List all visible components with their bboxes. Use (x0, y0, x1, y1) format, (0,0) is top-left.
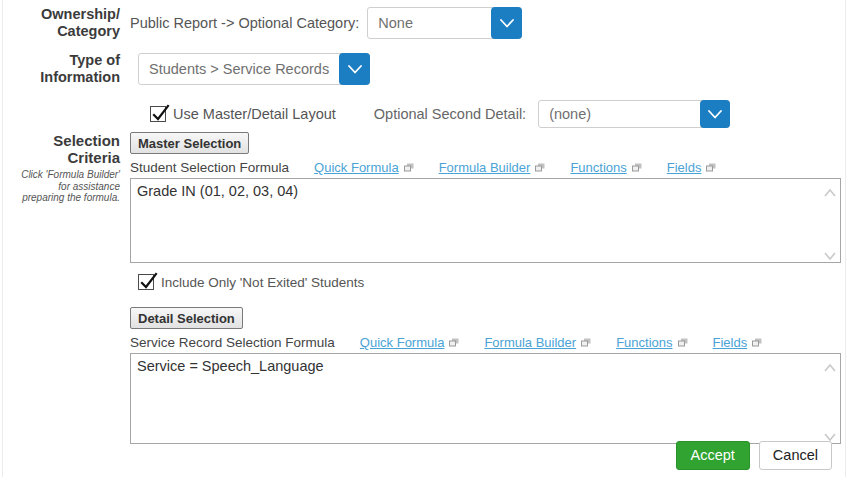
service-record-selection-formula-label: Service Record Selection Formula (130, 335, 335, 350)
optional-category-value: None (368, 8, 491, 38)
master-formula-toolbar: Student Selection Formula Quick Formula … (130, 160, 841, 175)
type-of-information-select[interactable]: Students > Service Records (138, 53, 370, 85)
master-fields-link[interactable]: Fields (667, 160, 717, 175)
popup-window-icon (449, 335, 459, 350)
popup-window-icon (706, 160, 716, 175)
popup-window-icon (404, 160, 414, 175)
cancel-button[interactable]: Cancel (759, 441, 832, 470)
master-formula-text: Grade IN (01, 02, 03, 04) (137, 183, 298, 199)
use-master-detail-checkbox[interactable] (150, 106, 166, 122)
scroll-up-icon[interactable] (823, 359, 837, 369)
detail-functions-link[interactable]: Functions (616, 335, 687, 350)
master-selection-section-label: Master Selection (130, 132, 249, 154)
detail-formula-builder-link[interactable]: Formula Builder (484, 335, 591, 350)
student-selection-formula-label: Student Selection Formula (130, 160, 289, 175)
chevron-down-icon[interactable] (700, 100, 730, 128)
master-detail-row: Use Master/Detail Layout Optional Second… (150, 100, 858, 128)
master-formula-builder-link[interactable]: Formula Builder (439, 160, 546, 175)
report-settings-form: Ownership/ Category Public Report -> Opt… (0, 0, 858, 477)
detail-formula-toolbar: Service Record Selection Formula Quick F… (130, 335, 841, 350)
optional-category-prefix: Public Report -> Optional Category: (130, 15, 359, 31)
optional-second-detail-value: (none) (539, 101, 700, 127)
popup-window-icon (752, 335, 762, 350)
detail-formula-text: Service = Speech_Language (137, 358, 324, 374)
ownership-category-row: Ownership/ Category Public Report -> Opt… (0, 6, 858, 40)
chevron-down-icon[interactable] (339, 53, 370, 85)
scroll-down-icon[interactable] (823, 428, 837, 438)
master-quick-formula-link[interactable]: Quick Formula (314, 160, 414, 175)
selection-criteria-block: Selection Criteria Click 'Formula Builde… (0, 132, 858, 444)
detail-quick-formula-link[interactable]: Quick Formula (360, 335, 460, 350)
include-not-exited-checkbox[interactable] (138, 274, 154, 290)
type-of-information-label: Type of Information (0, 52, 130, 86)
scroll-up-icon[interactable] (823, 184, 837, 194)
type-of-information-value: Students > Service Records (139, 54, 339, 84)
selection-criteria-label: Selection Criteria (0, 132, 120, 166)
selection-criteria-hint: Click 'Formula Builder' for assistance p… (0, 169, 120, 204)
include-not-exited-label: Include Only 'Not Exited' Students (161, 275, 364, 290)
popup-window-icon (632, 160, 642, 175)
optional-second-detail-select[interactable]: (none) (538, 100, 730, 128)
scroll-down-icon[interactable] (823, 247, 837, 257)
detail-fields-link[interactable]: Fields (713, 335, 763, 350)
type-of-information-row: Type of Information Students > Service R… (0, 52, 858, 86)
popup-window-icon (581, 335, 591, 350)
master-functions-link[interactable]: Functions (570, 160, 641, 175)
use-master-detail-label: Use Master/Detail Layout (173, 106, 336, 122)
selection-criteria-content: Master Selection Student Selection Formu… (130, 132, 841, 444)
action-buttons: Accept Cancel (0, 441, 832, 470)
detail-formula-textarea[interactable]: Service = Speech_Language (130, 353, 841, 444)
accept-button[interactable]: Accept (676, 441, 750, 470)
chevron-down-icon[interactable] (491, 7, 522, 39)
popup-window-icon (535, 160, 545, 175)
popup-window-icon (678, 335, 688, 350)
optional-second-detail-label: Optional Second Detail: (374, 106, 526, 122)
ownership-category-label: Ownership/ Category (0, 6, 130, 40)
master-formula-textarea[interactable]: Grade IN (01, 02, 03, 04) (130, 178, 841, 263)
optional-category-select[interactable]: None (367, 7, 522, 39)
include-not-exited-row: Include Only 'Not Exited' Students (138, 274, 841, 290)
selection-criteria-label-col: Selection Criteria Click 'Formula Builde… (0, 132, 130, 204)
detail-selection-section-label: Detail Selection (130, 307, 243, 329)
